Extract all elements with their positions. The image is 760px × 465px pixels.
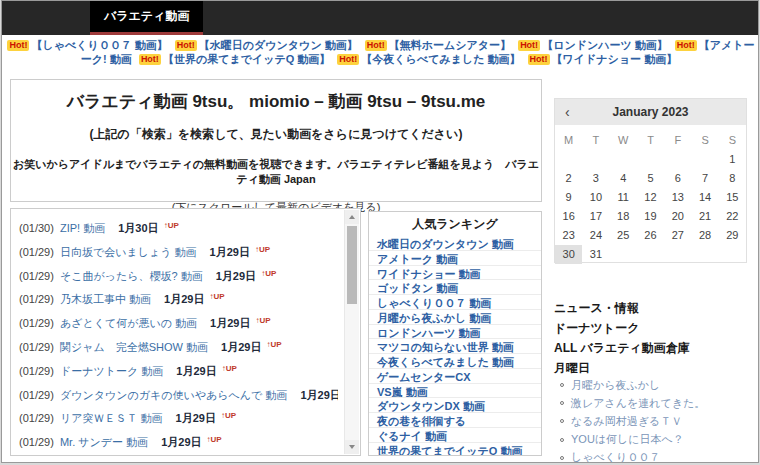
hot-link-item[interactable]: Hot!【世界の果てまでイッテQ 動画】 <box>139 53 330 65</box>
ranking-link[interactable]: 水曜日のダウンタウン 動画 <box>377 238 514 250</box>
ranking-link[interactable]: ロンドンハーツ 動画 <box>377 327 481 339</box>
hot-link-item[interactable]: Hot!【ロンドンハーツ 動画】 <box>518 39 668 51</box>
ranking-link[interactable]: 月曜から夜ふかし 動画 <box>377 312 491 324</box>
calendar-day[interactable]: 15 <box>719 188 746 207</box>
hot-link-label[interactable]: 【ワイドナショー 動画】 <box>552 53 678 65</box>
calendar-day[interactable]: 9 <box>555 188 582 207</box>
ranking-box: 人気ランキング 水曜日のダウンタウン 動画 アメトーク 動画 ワイドナショー 動… <box>368 211 542 456</box>
calendar-day-header: S <box>691 130 718 150</box>
calendar-day[interactable]: 16 <box>555 207 582 226</box>
monday-show-link[interactable]: 激レアさんを連れてきた。 <box>571 396 705 411</box>
calendar-day[interactable]: 2 <box>555 169 582 188</box>
ranking-link[interactable]: ワイドナショー 動画 <box>377 268 481 280</box>
calendar-day[interactable]: 3 <box>582 169 609 188</box>
calendar-day[interactable]: 4 <box>610 169 637 188</box>
calendar-day[interactable]: 19 <box>637 207 664 226</box>
hot-badge: Hot! <box>7 40 29 51</box>
video-link[interactable]: そこ曲がったら、櫻坂? 動画 <box>60 270 203 282</box>
up-badge: ↑UP <box>164 221 179 230</box>
calendar-day[interactable]: 12 <box>637 188 664 207</box>
video-link[interactable]: ZIP! 動画 <box>60 222 105 234</box>
calendar-day[interactable]: 18 <box>610 207 637 226</box>
hot-link-item[interactable]: Hot!【今夜くらべてみました 動画】 <box>337 53 520 65</box>
sidebar-section-link[interactable]: ドーナツトーク <box>554 318 690 338</box>
ranking-item: ダウンタウンDX 動画 <box>369 398 541 413</box>
ranking-link[interactable]: ゲームセンターCX <box>377 371 471 383</box>
scroll-up-button[interactable] <box>345 210 359 224</box>
hot-link-label[interactable]: 【無料ホームシアター】 <box>389 39 511 51</box>
site-tab-label: バラエティ動画 <box>104 8 189 25</box>
sidebar-section-link[interactable]: 月曜日 <box>554 358 690 378</box>
video-list-item: (01/29) 日向坂で会いましょう 動画 1月29日 ↑UP <box>19 238 338 262</box>
sidebar-section-link[interactable]: ニュース・情報 <box>554 298 690 318</box>
monday-show-link[interactable]: なるみ岡村過ぎるＴＶ <box>571 414 682 429</box>
calendar-day[interactable]: 21 <box>691 207 718 226</box>
calendar-day[interactable]: 30 <box>555 245 582 264</box>
calendar-day[interactable]: 10 <box>582 188 609 207</box>
ranking-link[interactable]: しゃべくり００７ 動画 <box>377 297 491 309</box>
calendar-day[interactable]: 6 <box>664 169 691 188</box>
ranking-link[interactable]: VS嵐 動画 <box>377 386 428 398</box>
ranking-item: ゲームセンターCX <box>369 369 541 384</box>
calendar-day[interactable]: 8 <box>719 169 746 188</box>
intro-description: お笑いからアイドルまでバラエティの無料動画を視聴できます。バラエティテレビ番組を… <box>11 157 541 187</box>
ranking-link[interactable]: マツコの知らない世界 動画 <box>377 341 514 353</box>
ranking-link[interactable]: ぐるナイ 動画 <box>377 430 447 442</box>
calendar-day[interactable]: 5 <box>637 169 664 188</box>
calendar-day[interactable]: 26 <box>637 226 664 245</box>
hot-link-label[interactable]: 【世界の果てまでイッテQ 動画】 <box>163 53 330 65</box>
hot-link-item[interactable]: Hot!【無料ホームシアター】 <box>365 39 511 51</box>
calendar-day[interactable]: 22 <box>719 207 746 226</box>
hot-link-label[interactable]: 【水曜日のダウンタウン 動画】 <box>199 39 358 51</box>
ranking-link[interactable]: 今夜くらべてみました 動画 <box>377 356 514 368</box>
calendar-day[interactable]: 14 <box>691 188 718 207</box>
calendar-day <box>637 150 664 169</box>
video-link[interactable]: 日向坂で会いましょう 動画 <box>60 246 197 258</box>
ranking-link[interactable]: ダウンタウンDX 動画 <box>377 400 485 412</box>
scrollbar-thumb[interactable] <box>347 226 357 304</box>
ranking-list: 水曜日のダウンタウン 動画 アメトーク 動画 ワイドナショー 動画 ゴッドタン … <box>369 236 541 456</box>
calendar-day[interactable]: 11 <box>610 188 637 207</box>
sidebar-section-link[interactable]: ALL バラエティ動画倉庫 <box>554 338 690 358</box>
calendar-day[interactable]: 31 <box>582 245 609 264</box>
hot-link-label[interactable]: 【しゃべくり００７ 動画】 <box>31 39 167 51</box>
hot-link-label[interactable]: 【今夜くらべてみました 動画】 <box>361 53 520 65</box>
calendar-day[interactable]: 27 <box>664 226 691 245</box>
hot-link-item[interactable]: Hot!【ワイドナショー 動画】 <box>528 53 678 65</box>
ranking-link[interactable]: アメトーク 動画 <box>377 253 458 265</box>
calendar-day[interactable]: 28 <box>691 226 718 245</box>
calendar-day[interactable]: 29 <box>719 226 746 245</box>
calendar-day[interactable]: 13 <box>664 188 691 207</box>
calendar-day[interactable]: 25 <box>610 226 637 245</box>
calendar-day[interactable]: 7 <box>691 169 718 188</box>
hot-link-label[interactable]: 【ロンドンハーツ 動画】 <box>542 39 668 51</box>
calendar-day[interactable]: 23 <box>555 226 582 245</box>
hot-link-item[interactable]: Hot!【水曜日のダウンタウン 動画】 <box>175 39 358 51</box>
calendar-day-header: S <box>719 130 746 150</box>
calendar-prev-button[interactable]: ‹ <box>565 105 570 119</box>
video-link[interactable]: Mr. サンデー 動画 <box>60 436 148 448</box>
site-tab[interactable]: バラエティ動画 <box>90 1 203 35</box>
monday-show-link[interactable]: しゃべくり００７ <box>571 450 660 463</box>
calendar-day[interactable]: 17 <box>582 207 609 226</box>
calendar-day <box>719 245 746 264</box>
calendar-day[interactable]: 24 <box>582 226 609 245</box>
ranking-link[interactable]: 夜の巷を徘徊する <box>377 415 466 427</box>
monday-show-link[interactable]: YOUは何しに日本へ？ <box>571 432 684 447</box>
hot-link-item[interactable]: Hot!【しゃべくり００７ 動画】 <box>7 39 167 51</box>
video-link[interactable]: ドーナツトーク 動画 <box>60 365 163 377</box>
calendar-day[interactable]: 20 <box>664 207 691 226</box>
ranking-link[interactable]: ゴッドタン 動画 <box>377 282 458 294</box>
video-link[interactable]: 関ジャム 完全燃SHOW 動画 <box>60 341 208 353</box>
video-link[interactable]: 乃木坂工事中 動画 <box>60 293 151 305</box>
video-list-item: (01/29) Mr. サンデー 動画 1月29日 ↑UP <box>19 428 338 452</box>
calendar-day[interactable]: 1 <box>719 150 746 169</box>
video-link[interactable]: リア突ＷＥＳＴ 動画 <box>60 412 163 424</box>
video-link[interactable]: あざとくて何が悪いの 動画 <box>60 317 197 329</box>
scroll-down-button[interactable] <box>345 440 359 454</box>
monday-show-link[interactable]: 月曜から夜ふかし <box>571 378 660 393</box>
ranking-link[interactable]: 世界の果てまでイッテQ 動画 <box>377 445 522 457</box>
video-list-item: (01/29) リア突ＷＥＳＴ 動画 1月29日 ↑UP <box>19 404 338 428</box>
video-link[interactable]: ダウンタウンのガキの使いやあらへんで 動画 <box>60 389 287 401</box>
scrollbar[interactable] <box>344 210 359 454</box>
